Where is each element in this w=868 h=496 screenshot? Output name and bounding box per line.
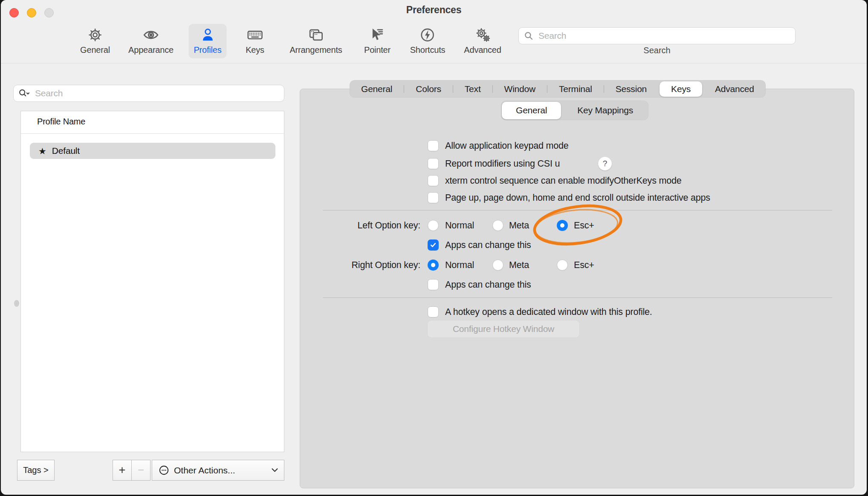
subtab-key-mappings[interactable]: Key Mappings bbox=[562, 101, 648, 120]
toolbar-search[interactable] bbox=[518, 27, 796, 44]
toolbar-item-pointer[interactable]: Pointer bbox=[359, 24, 396, 58]
tab-terminal[interactable]: Terminal bbox=[547, 80, 604, 98]
circle-ellipsis-icon bbox=[158, 464, 170, 476]
profile-settings-panel bbox=[300, 89, 854, 488]
radio-label: Esc+ bbox=[574, 220, 594, 231]
right-option-key-label: Right Option key: bbox=[292, 260, 420, 271]
minus-icon: − bbox=[138, 464, 144, 477]
section-divider bbox=[323, 210, 832, 211]
radio-label: Normal bbox=[445, 220, 474, 231]
splitter-handle[interactable] bbox=[14, 300, 19, 307]
profile-row-default[interactable]: ★ Default bbox=[30, 143, 275, 159]
subtab-general-selected[interactable]: General bbox=[502, 102, 561, 119]
checkbox-keypad-mode[interactable] bbox=[428, 140, 439, 151]
configure-hotkey-label: Configure Hotkey Window bbox=[453, 324, 554, 334]
tags-button[interactable]: Tags > bbox=[17, 460, 55, 481]
checkbox-csi-u[interactable] bbox=[428, 158, 439, 169]
radio-label: Meta bbox=[509, 260, 529, 271]
radio-left-normal[interactable] bbox=[428, 220, 439, 231]
tab-keys-selected[interactable]: Keys bbox=[660, 81, 702, 97]
profile-search-input[interactable] bbox=[34, 88, 280, 99]
radio-left-esc-selected[interactable] bbox=[557, 220, 568, 231]
tab-session[interactable]: Session bbox=[604, 80, 658, 98]
tab-general[interactable]: General bbox=[350, 80, 404, 98]
checkbox-page-scroll[interactable] bbox=[428, 192, 439, 203]
tab-window[interactable]: Window bbox=[493, 80, 547, 98]
other-actions-label: Other Actions... bbox=[174, 465, 235, 476]
other-actions-dropdown[interactable]: Other Actions... bbox=[152, 460, 284, 481]
tab-colors[interactable]: Colors bbox=[404, 80, 452, 98]
keyboard-icon bbox=[246, 26, 263, 43]
toolbar-search-input[interactable] bbox=[538, 30, 791, 41]
person-icon bbox=[199, 26, 216, 43]
tags-button-label: Tags > bbox=[23, 465, 48, 475]
checkbox-label: Allow application keypad mode bbox=[445, 140, 568, 151]
lightning-icon bbox=[419, 26, 436, 43]
radio-label: Esc+ bbox=[574, 260, 594, 271]
checkbox-modify-other-keys[interactable] bbox=[428, 175, 439, 186]
radio-right-normal-selected[interactable] bbox=[428, 260, 439, 271]
close-button[interactable] bbox=[9, 8, 19, 17]
checkbox-label: A hotkey opens a dedicated window with t… bbox=[445, 306, 652, 317]
preferences-window: Preferences General Appearance P bbox=[1, 0, 867, 495]
radio-left-meta[interactable] bbox=[492, 220, 503, 231]
help-button[interactable]: ? bbox=[598, 157, 612, 170]
toolbar-label: Shortcuts bbox=[410, 45, 446, 55]
toolbar-item-appearance[interactable]: Appearance bbox=[123, 24, 179, 58]
plus-icon: + bbox=[119, 464, 126, 477]
add-profile-button[interactable]: + bbox=[113, 460, 132, 481]
checkbox-right-apps-can-change[interactable] bbox=[428, 279, 439, 290]
tab-advanced[interactable]: Advanced bbox=[703, 80, 766, 98]
profile-list: Profile Name ★ Default bbox=[20, 111, 284, 452]
toolbar-label: Profiles bbox=[194, 45, 221, 55]
profile-search[interactable] bbox=[13, 85, 284, 102]
zoom-button-disabled bbox=[44, 8, 54, 17]
minimize-button[interactable] bbox=[27, 8, 36, 17]
toolbar-label: Pointer bbox=[364, 45, 391, 55]
toolbar-item-general[interactable]: General bbox=[75, 24, 115, 58]
chevron-down-icon bbox=[272, 468, 278, 472]
radio-label: Meta bbox=[509, 220, 529, 231]
search-scope-icon bbox=[18, 88, 31, 99]
tab-text[interactable]: Text bbox=[453, 80, 492, 98]
gears-icon bbox=[474, 26, 491, 43]
search-icon bbox=[523, 30, 534, 41]
section-divider bbox=[323, 297, 832, 298]
radio-right-meta[interactable] bbox=[492, 260, 503, 271]
star-icon: ★ bbox=[38, 147, 46, 156]
configure-hotkey-window-button[interactable]: Configure Hotkey Window bbox=[427, 320, 580, 338]
toolbar-divider bbox=[1, 63, 867, 63]
profile-tab-bar: General Colors Text Window Terminal Sess… bbox=[350, 80, 766, 98]
toolbar-item-arrangements[interactable]: Arrangements bbox=[284, 24, 347, 58]
left-option-key-label: Left Option key: bbox=[292, 220, 420, 231]
gear-icon bbox=[87, 26, 104, 43]
radio-label: Normal bbox=[445, 260, 474, 271]
toolbar-label: Advanced bbox=[464, 45, 501, 55]
remove-profile-button[interactable]: − bbox=[131, 460, 150, 481]
toolbar-item-profiles[interactable]: Profiles bbox=[188, 24, 226, 58]
window-title: Preferences bbox=[1, 4, 867, 16]
toolbar-search-caption: Search bbox=[518, 46, 796, 55]
radio-right-esc[interactable] bbox=[557, 260, 568, 271]
toolbar-label: General bbox=[80, 45, 110, 55]
checkbox-left-apps-can-change-checked[interactable] bbox=[428, 239, 439, 251]
checkbox-label: Apps can change this bbox=[445, 279, 531, 290]
eye-icon bbox=[142, 26, 159, 43]
profile-name: Default bbox=[52, 146, 80, 156]
checkbox-label: Report modifiers using CSI u bbox=[445, 158, 560, 169]
windows-icon bbox=[307, 26, 324, 43]
toolbar-label: Arrangements bbox=[289, 45, 342, 55]
checkbox-hotkey-window[interactable] bbox=[428, 306, 439, 317]
toolbar-label: Keys bbox=[246, 45, 264, 55]
list-header-divider bbox=[21, 133, 284, 134]
question-glyph: ? bbox=[603, 159, 608, 168]
profile-list-header: Profile Name bbox=[37, 117, 85, 127]
toolbar-label: Appearance bbox=[128, 45, 174, 55]
checkbox-label: Page up, page down, home and end scroll … bbox=[445, 192, 710, 203]
checkbox-label: Apps can change this bbox=[445, 239, 531, 251]
toolbar-item-advanced[interactable]: Advanced bbox=[459, 24, 506, 58]
cursor-icon bbox=[369, 26, 386, 43]
keys-subtab-bar: General Key Mappings bbox=[501, 101, 648, 120]
toolbar-item-shortcuts[interactable]: Shortcuts bbox=[405, 24, 451, 58]
toolbar-item-keys[interactable]: Keys bbox=[240, 24, 269, 58]
